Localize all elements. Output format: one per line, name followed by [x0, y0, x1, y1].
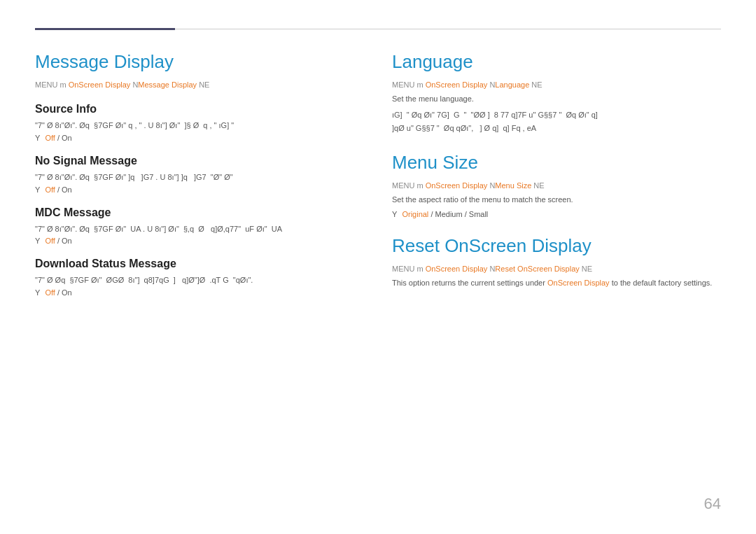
message-display-title: Message Display	[35, 51, 364, 73]
menu-size-title: Menu Size	[392, 152, 721, 174]
reset-onscreen-title: Reset OnScreen Display	[392, 235, 721, 257]
bc-suffix-lang: NE	[529, 80, 542, 89]
divider-light	[175, 29, 721, 29]
bc-link-menusize[interactable]: Menu Size	[495, 181, 531, 190]
download-separator: / On	[57, 288, 72, 297]
menu-size-breadcrumb: MENU m OnScreen Display NMenu Size NE	[392, 181, 721, 191]
bc-prefix-1: MENU m	[35, 80, 69, 89]
language-desc: Set the menu language.	[392, 93, 721, 105]
bc-suffix-1: NE	[197, 80, 209, 89]
language-section: Language MENU m OnScreen Display NLangua…	[392, 51, 721, 135]
source-info-option: Y Off / On	[35, 134, 364, 142]
no-signal-heading: No Signal Message	[35, 155, 364, 167]
source-info-off[interactable]: Off	[45, 134, 55, 142]
mdc-body: "7" Ø 8ı"Øı". Øq §7GF Øı" UA . U 8ı"] Øı…	[35, 223, 364, 236]
no-signal-option: Y Off / On	[35, 185, 364, 194]
bc-link-language[interactable]: Language	[495, 80, 529, 89]
message-display-breadcrumb: MENU m OnScreen Display NMessage Display…	[35, 80, 364, 90]
left-column: Message Display MENU m OnScreen Display …	[35, 51, 364, 307]
menu-size-section: Menu Size MENU m OnScreen Display NMenu …	[392, 152, 721, 218]
download-status-section: Download Status Message "7" Ø Øq §7GF Øı…	[35, 258, 364, 297]
arrow-icon-1: Y	[35, 134, 40, 142]
menu-size-medium[interactable]: Medium	[435, 210, 463, 218]
source-info-body: "7" Ø 8ı"Øı". Øq §7GF Øı" q , " . U 8ı"]…	[35, 120, 364, 132]
bc-sep-reset: N	[487, 265, 495, 273]
language-body-2: ]qØ u" G§§7 " Øq qØı", ] Ø q] q] Fq , eA	[392, 122, 721, 135]
bc-prefix-lang: MENU m	[392, 80, 426, 89]
bc-prefix-reset: MENU m	[392, 265, 426, 273]
language-breadcrumb: MENU m OnScreen Display NLanguage NE	[392, 80, 721, 90]
no-signal-separator: / On	[57, 185, 72, 194]
language-title: Language	[392, 51, 721, 73]
source-info-heading: Source Info	[35, 103, 364, 115]
divider-dark	[35, 28, 175, 30]
download-status-heading: Download Status Message	[35, 258, 364, 270]
bc-link-onscreen-lang[interactable]: OnScreen Display	[426, 80, 488, 89]
bc-sep-ms: N	[487, 181, 495, 190]
top-dividers	[35, 28, 721, 30]
arrow-icon-2: Y	[35, 185, 40, 194]
columns-layout: Message Display MENU m OnScreen Display …	[35, 51, 721, 307]
bc-sep-lang: N	[487, 80, 495, 89]
page-container: Message Display MENU m OnScreen Display …	[0, 0, 756, 335]
download-status-body: "7" Ø Øq §7GF Øı" ØGØ 8ı"] q8]7qG ] q]Ø"…	[35, 274, 364, 287]
language-body-1: ıG] " Øq Øı" 7G] G " "ØØ ] 8 77 q]7F u" …	[392, 109, 721, 122]
bc-link-onscreen-ms[interactable]: OnScreen Display	[426, 181, 488, 190]
bc-suffix-ms: NE	[531, 181, 544, 190]
arrow-icon-ms: Y	[392, 210, 397, 218]
menu-size-small[interactable]: Small	[469, 210, 489, 218]
bc-sep-1: N	[130, 80, 138, 89]
reset-onscreen-desc: This option returns the current settings…	[392, 277, 721, 290]
no-signal-body: "7" Ø 8ı"Øı". Øq §7GF Øı" ]q ]G7 . U 8ı"…	[35, 171, 364, 184]
bc-suffix-reset: NE	[580, 265, 592, 273]
arrow-icon-4: Y	[35, 288, 40, 297]
bc-link-onscreen-1[interactable]: OnScreen Display	[69, 80, 131, 89]
reset-onscreen-section: Reset OnScreen Display MENU m OnScreen D…	[392, 235, 721, 290]
mdc-separator: / On	[57, 237, 72, 245]
mdc-heading: MDC Message	[35, 206, 364, 219]
arrow-icon-3: Y	[35, 237, 40, 245]
menu-size-desc: Set the aspect ratio of the menu to matc…	[392, 194, 721, 206]
mdc-message-section: MDC Message "7" Ø 8ı"Øı". Øq §7GF Øı" UA…	[35, 206, 364, 246]
page-number: 64	[704, 495, 721, 513]
download-off[interactable]: Off	[45, 288, 55, 297]
bc-link-msgdisplay[interactable]: Message Display	[138, 80, 197, 89]
source-info-section: Source Info "7" Ø 8ı"Øı". Øq §7GF Øı" q …	[35, 103, 364, 142]
bc-prefix-ms: MENU m	[392, 181, 426, 190]
mdc-option: Y Off / On	[35, 237, 364, 245]
no-signal-section: No Signal Message "7" Ø 8ı"Øı". Øq §7GF …	[35, 155, 364, 194]
bc-link-onscreen-reset[interactable]: OnScreen Display	[426, 265, 488, 273]
bc-link-reset[interactable]: Reset OnScreen Display	[495, 265, 579, 273]
no-signal-off[interactable]: Off	[45, 185, 55, 194]
menu-size-original[interactable]: Original	[402, 210, 428, 218]
mdc-off[interactable]: Off	[45, 237, 55, 245]
download-status-option: Y Off / On	[35, 288, 364, 297]
menu-size-options: Y Original / Medium / Small	[392, 210, 721, 218]
reset-inline-link[interactable]: OnScreen Display	[547, 279, 610, 287]
source-info-separator: / On	[57, 134, 72, 142]
reset-onscreen-breadcrumb: MENU m OnScreen Display NReset OnScreen …	[392, 264, 721, 274]
right-column: Language MENU m OnScreen Display NLangua…	[392, 51, 721, 307]
